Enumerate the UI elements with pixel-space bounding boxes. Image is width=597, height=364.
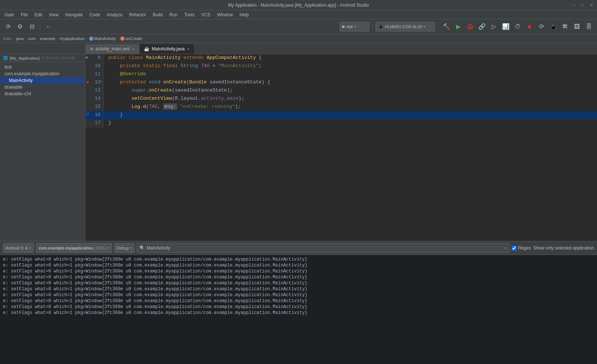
tab-mainactivity-label: MainActivity.java bbox=[152, 46, 184, 52]
sync2-icon[interactable]: ⟳ bbox=[536, 21, 547, 32]
logcat-search-input[interactable] bbox=[146, 245, 503, 251]
menu-gate[interactable]: Gate bbox=[1, 11, 17, 18]
breakpoint-12[interactable]: ● bbox=[86, 79, 89, 85]
stop-icon[interactable]: ■ bbox=[524, 21, 535, 32]
bc-java[interactable]: java bbox=[16, 36, 24, 41]
sidebar-project-label: 🌐 [My_Application] D:\Android_studio\M bbox=[3, 56, 82, 60]
line-content-13: super.onCreate(savedInstanceState); bbox=[104, 87, 597, 95]
close-button[interactable]: ✕ bbox=[590, 3, 593, 8]
menu-vcs[interactable]: VCS bbox=[198, 11, 214, 18]
tree-item-test[interactable]: test bbox=[0, 64, 85, 70]
bc-mainactivity[interactable]: MainActivity bbox=[94, 36, 116, 41]
layout-icon[interactable]: 🖼 bbox=[572, 21, 582, 32]
menu-refactor[interactable]: Refactor bbox=[126, 11, 149, 18]
logcat-level-dropdown[interactable]: Debug ▾ bbox=[114, 243, 135, 253]
search-clear-icon[interactable]: ✕ bbox=[504, 245, 507, 251]
run-arrow-12: ▷ bbox=[100, 79, 103, 84]
line-content-14: setContentView(R.layout.activity_main); bbox=[104, 95, 597, 103]
show-selected-label[interactable]: Show only selected application bbox=[533, 245, 594, 251]
search-container: 🔍 ✕ bbox=[137, 243, 509, 253]
line-content-15: Log.d(TAG, msg: "onCreate: running"); bbox=[104, 103, 597, 111]
tree-item-drawable[interactable]: drawable bbox=[0, 84, 85, 90]
menu-help[interactable]: Help bbox=[237, 11, 252, 18]
menu-build[interactable]: Build bbox=[150, 11, 166, 18]
logcat-output[interactable]: e: setFlags what=0 which=1 pkg=Window{2f… bbox=[0, 255, 597, 364]
search-icon: 🔍 bbox=[139, 245, 145, 251]
menu-file[interactable]: File bbox=[18, 11, 31, 18]
tree-item-mainactivity[interactable]: MainActivity bbox=[0, 77, 85, 84]
menu-analyze[interactable]: Analyze bbox=[104, 11, 126, 18]
log-line: e: setFlags what=0 which=1 pkg=Window{2f… bbox=[0, 304, 597, 310]
bc-myapplication[interactable]: myapplication bbox=[60, 36, 85, 41]
tab-activity-main-close[interactable]: ✕ bbox=[132, 47, 135, 51]
tab-mainactivity[interactable]: ☕ MainActivity.java ✕ bbox=[139, 44, 194, 54]
regex-checkbox[interactable] bbox=[512, 246, 517, 251]
code-line-10: 10 private static final String TAG = "Ma… bbox=[85, 62, 597, 70]
log-line: e: setFlags what=0 which=1 pkg=Window{2f… bbox=[0, 268, 597, 274]
menu-window[interactable]: Window bbox=[214, 11, 236, 18]
bc-sep6: › bbox=[118, 36, 119, 41]
menu-edit[interactable]: Edit bbox=[32, 11, 45, 18]
menu-code[interactable]: Code bbox=[86, 11, 103, 18]
line-number-14: 14 bbox=[85, 95, 104, 103]
bc-oncreate[interactable]: onCreate bbox=[125, 36, 142, 41]
settings-icon[interactable]: ⚙ bbox=[15, 21, 25, 32]
toolbar-sep-1 bbox=[40, 23, 40, 30]
line-content-16: } bbox=[104, 111, 597, 119]
toolbar-sep-2 bbox=[372, 23, 373, 30]
bc-com[interactable]: com bbox=[28, 36, 36, 41]
logcat-device-dropdown[interactable]: Android 9, A ▾ bbox=[3, 243, 34, 253]
tab-mainactivity-icon: ☕ bbox=[144, 46, 149, 52]
tab-activity-main[interactable]: ≋ activity_main.xml ✕ bbox=[85, 44, 139, 54]
code-editor[interactable]: ▶ 9 public class MainActivity extends Ap… bbox=[85, 54, 597, 241]
line-number-15: 15 bbox=[85, 103, 104, 111]
log-line: e: setFlags what=0 which=1 pkg=Window{2f… bbox=[0, 286, 597, 292]
coverage-icon[interactable]: 📊 bbox=[501, 21, 511, 32]
device-icon: 📱 bbox=[378, 24, 383, 29]
app-selector[interactable]: ▶ app ▾ bbox=[340, 22, 369, 32]
code-line-15: 15 Log.d(TAG, msg: "onCreate: running"); bbox=[85, 103, 597, 111]
logcat-package-dropdown[interactable]: com.example.myapplication (1385) ▾ bbox=[36, 243, 112, 253]
menu-navigate[interactable]: Navigate bbox=[62, 11, 86, 18]
logcat-level-label: Debug bbox=[117, 246, 129, 250]
log-line: e: setFlags what=0 which=1 pkg=Window{2f… bbox=[0, 298, 597, 304]
menu-run[interactable]: Run bbox=[166, 11, 181, 18]
app-dropdown-arrow: ▾ bbox=[354, 25, 356, 29]
log-line: e: setFlags what=0 which=1 pkg=Window{2f… bbox=[0, 280, 597, 286]
back-icon[interactable]: ← bbox=[43, 21, 54, 32]
device-selector[interactable]: 📱 HUAWEI COR-AL00 ▾ bbox=[376, 22, 435, 32]
avd-icon[interactable]: 📱 bbox=[548, 21, 558, 32]
sidebar-path: D:\Android_studio\M bbox=[41, 56, 75, 60]
attach-icon[interactable]: 🔗 bbox=[477, 21, 487, 32]
tab-mainactivity-close[interactable]: ✕ bbox=[187, 47, 190, 51]
run-icon[interactable]: ▶ bbox=[453, 21, 464, 32]
sdk-icon[interactable]: 🛠 bbox=[560, 21, 570, 32]
log-line: e: setFlags what=0 which=1 pkg=Window{2f… bbox=[0, 257, 597, 262]
tree-item-package[interactable]: com.example.myapplication bbox=[0, 70, 85, 77]
bc-sep2: › bbox=[25, 36, 27, 41]
line-number-9: ▶ 9 bbox=[85, 54, 104, 62]
database-icon[interactable]: 🗄 bbox=[584, 21, 594, 32]
menu-tools[interactable]: Tools bbox=[181, 11, 198, 18]
bc-example[interactable]: example bbox=[40, 36, 56, 41]
debug-icon[interactable]: 🐞 bbox=[465, 21, 475, 32]
menu-view[interactable]: View bbox=[46, 11, 62, 18]
toggle-icon[interactable]: ⊟ bbox=[27, 21, 37, 32]
logcat-device-label: Android 9, A bbox=[6, 246, 28, 250]
maximize-button[interactable]: □ bbox=[581, 3, 584, 8]
run-tests-icon[interactable]: ▷ bbox=[489, 21, 499, 32]
regex-label[interactable]: Regex bbox=[512, 245, 531, 251]
code-line-17: 17 } bbox=[85, 119, 597, 128]
run-indicator-9: ▶ bbox=[86, 55, 89, 60]
profile-icon[interactable]: ⏱ bbox=[512, 21, 523, 32]
minimize-button[interactable]: ─ bbox=[572, 3, 575, 8]
menu-bar: Gate File Edit View Navigate Code Analyz… bbox=[0, 10, 597, 19]
make-project-icon[interactable]: 🔨 bbox=[441, 21, 452, 32]
code-line-9: ▶ 9 public class MainActivity extends Ap… bbox=[85, 54, 597, 62]
device-dropdown-arrow: ▾ bbox=[423, 25, 425, 29]
bc-main[interactable]: main bbox=[3, 36, 12, 41]
breadcrumb: main › java › com › example › myapplicat… bbox=[0, 34, 597, 43]
line-number-16: □ 16 bbox=[85, 111, 104, 119]
sync-icon[interactable]: ⟳ bbox=[3, 21, 13, 32]
tree-item-drawable-v24[interactable]: drawable-v24 bbox=[0, 90, 85, 97]
